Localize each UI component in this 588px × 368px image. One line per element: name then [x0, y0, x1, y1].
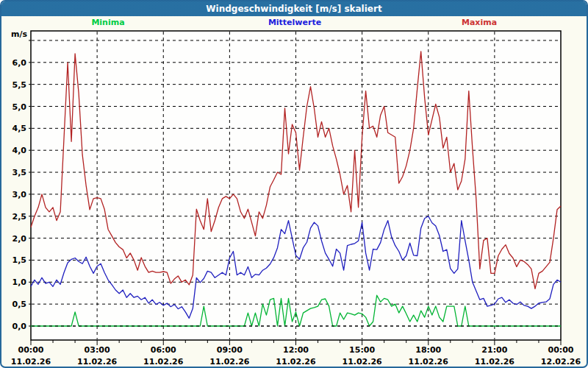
x-tick-date-label: 11.02.26: [11, 357, 51, 367]
y-tick-label: 3,5: [12, 168, 27, 177]
wind-speed-chart: 0,00,51,01,52,02,53,03,54,04,55,05,56,0m…: [1, 1, 588, 368]
y-tick-label: 3,0: [12, 190, 27, 199]
y-tick-label: 1,0: [12, 277, 27, 287]
y-tick-label: 0,5: [12, 300, 27, 309]
x-tick-time-label: 12:00: [283, 345, 309, 355]
y-axis-unit-label: m/s: [11, 29, 27, 39]
chart-window: Windgeschwindigkeit [m/s] skaliert Minim…: [0, 0, 588, 368]
x-tick-time-label: 15:00: [349, 345, 375, 355]
x-tick-time-label: 00:00: [18, 345, 43, 355]
x-tick-date-label: 11.02.26: [276, 357, 316, 367]
y-tick-label: 5,0: [12, 102, 27, 112]
x-tick-date-label: 12.02.26: [541, 357, 581, 367]
x-tick-date-label: 11.02.26: [342, 357, 382, 367]
y-tick-label: 4,0: [12, 146, 27, 155]
x-tick-date-label: 11.02.26: [475, 357, 515, 367]
x-tick-time-label: 00:00: [548, 345, 573, 355]
x-tick-date-label: 11.02.26: [77, 357, 118, 367]
y-tick-label: 5,5: [12, 80, 27, 90]
y-tick-label: 1,5: [12, 255, 27, 265]
x-tick-date-label: 11.02.26: [409, 357, 449, 367]
x-tick-date-label: 11.02.26: [143, 357, 184, 367]
y-tick-label: 6,0: [12, 58, 27, 68]
y-tick-label: 4,5: [12, 124, 27, 133]
x-tick-time-label: 06:00: [151, 345, 176, 355]
x-tick-date-label: 11.02.26: [209, 357, 250, 367]
y-tick-label: 2,5: [12, 212, 27, 222]
x-tick-time-label: 09:00: [217, 345, 243, 355]
x-tick-time-label: 21:00: [481, 345, 507, 355]
y-tick-label: 0,0: [12, 322, 27, 331]
x-tick-time-label: 18:00: [415, 345, 441, 355]
y-tick-label: 2,0: [12, 234, 27, 244]
x-tick-time-label: 03:00: [85, 345, 110, 355]
